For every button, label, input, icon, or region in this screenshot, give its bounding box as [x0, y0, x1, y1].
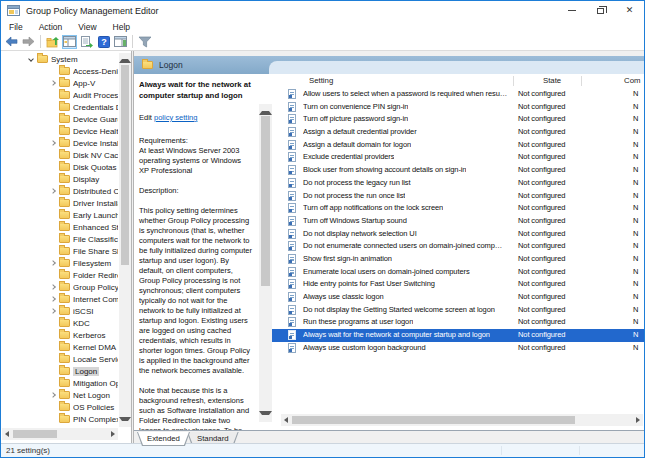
back-button[interactable]	[4, 35, 19, 49]
tree-item-locale-services[interactable]: Locale Services	[1, 353, 118, 365]
tree-item-kernel-dma-protection[interactable]: Kernel DMA Protection	[1, 341, 118, 353]
scroll-down-icon[interactable]	[259, 411, 272, 422]
setting-row[interactable]: Turn off Windows Startup soundNot config…	[272, 215, 644, 228]
export-list-button[interactable]	[79, 35, 94, 49]
show-action-pane-button[interactable]	[113, 35, 128, 49]
setting-row[interactable]: Turn off picture password sign-inNot con…	[272, 113, 644, 126]
menu-view[interactable]: View	[70, 22, 104, 32]
tree-item-internet-communication-management[interactable]: Internet Communication Management	[1, 293, 118, 305]
tree-vertical-scrollbar[interactable]	[119, 53, 131, 427]
menu-action[interactable]: Action	[31, 22, 71, 32]
setting-row[interactable]: Exclude credential providersNot configur…	[272, 151, 644, 164]
chevron-right-icon[interactable]	[50, 284, 56, 290]
tree-item-group-policy[interactable]: Group Policy	[1, 281, 118, 293]
tree-item-device-guard[interactable]: Device Guard	[1, 113, 118, 125]
setting-row[interactable]: Show first sign-in animationNot configur…	[272, 253, 644, 266]
setting-row[interactable]: Turn off app notifications on the lock s…	[272, 202, 644, 215]
chevron-right-icon[interactable]	[50, 296, 56, 302]
scrollbar-thumb[interactable]	[121, 65, 129, 265]
chevron-right-icon[interactable]	[50, 308, 56, 314]
setting-row[interactable]: Always use custom logon backgroundNot co…	[272, 342, 644, 355]
setting-row[interactable]: Assign a default credential providerNot …	[272, 126, 644, 139]
setting-row[interactable]: Allow users to select when a password is…	[272, 88, 644, 101]
tree-item-disk-quotas[interactable]: Disk Quotas	[1, 161, 118, 173]
edit-policy-setting-link[interactable]: policy setting	[154, 113, 197, 122]
column-divider[interactable]	[581, 76, 582, 86]
tree-horizontal-scrollbar[interactable]	[2, 428, 118, 440]
show-console-tree-button[interactable]	[62, 35, 77, 49]
setting-row[interactable]: Hide entry points for Fast User Switchin…	[272, 278, 644, 291]
column-header-comment[interactable]: Com	[624, 76, 640, 85]
tree-item-driver-installation[interactable]: Driver Installation	[1, 197, 118, 209]
tree-item-app-v[interactable]: App-V	[1, 77, 118, 89]
column-header-setting[interactable]: Setting	[309, 76, 333, 85]
tree-item-system[interactable]: System	[1, 53, 118, 65]
menu-help[interactable]: Help	[105, 22, 138, 32]
tree-item-kdc[interactable]: KDC	[1, 317, 118, 329]
tree-item-early-launch-antimalware[interactable]: Early Launch Antimalware	[1, 209, 118, 221]
tree-item-net-logon[interactable]: Net Logon	[1, 389, 118, 401]
tree-item-mitigation-options[interactable]: Mitigation Options	[1, 377, 118, 389]
scroll-down-icon[interactable]	[119, 417, 131, 427]
list-horizontal-scrollbar[interactable]	[281, 414, 643, 426]
description-scrollbar[interactable]	[259, 104, 272, 422]
scroll-left-icon[interactable]	[2, 428, 12, 440]
tree-item-device-installation[interactable]: Device Installation	[1, 137, 118, 149]
setting-row[interactable]: Do not enumerate connected users on doma…	[272, 240, 644, 253]
tree-item-filesystem[interactable]: Filesystem	[1, 257, 118, 269]
tree-item-logon[interactable]: Logon	[1, 365, 118, 377]
tab-standard[interactable]: Standard	[187, 432, 239, 446]
scrollbar-thumb[interactable]	[292, 416, 575, 424]
tree-item-credentials-delegation[interactable]: Credentials Delegation	[1, 101, 118, 113]
scrollbar-thumb[interactable]	[261, 116, 270, 286]
help-button[interactable]: ?	[96, 35, 111, 49]
tree-item-file-classification-infrastructure[interactable]: File Classification Infrastructure	[1, 233, 118, 245]
minimize-button[interactable]	[557, 1, 586, 20]
chevron-right-icon[interactable]	[50, 188, 56, 194]
column-header-state[interactable]: State	[543, 76, 561, 85]
tab-extended[interactable]: Extended	[137, 432, 190, 446]
chevron-right-icon[interactable]	[50, 392, 56, 398]
tree-item-disk-nv-cache[interactable]: Disk NV Cache	[1, 149, 118, 161]
setting-row[interactable]: Do not process the legacy run listNot co…	[272, 177, 644, 190]
setting-row[interactable]: Do not display the Getting Started welco…	[272, 304, 644, 317]
tree-item-device-health-attestation[interactable]: Device Health Attestation	[1, 125, 118, 137]
setting-row[interactable]: Always use classic logonNot configuredN	[272, 291, 644, 304]
tree-item-pin-complexity[interactable]: PIN Complexity	[1, 413, 118, 425]
tree-item-access-denied-assistance[interactable]: Access-Denied Assistance	[1, 65, 118, 77]
scroll-left-icon[interactable]	[281, 414, 291, 426]
scroll-up-icon[interactable]	[259, 104, 272, 115]
tree-item-file-share-shadow-copy-provider[interactable]: File Share Shadow Copy Provider	[1, 245, 118, 257]
column-divider[interactable]	[513, 76, 514, 86]
tree-item-audit-process-creation[interactable]: Audit Process Creation	[1, 89, 118, 101]
tree-item-os-policies[interactable]: OS Policies	[1, 401, 118, 413]
setting-row[interactable]: Do not process the run once listNot conf…	[272, 190, 644, 203]
scroll-right-icon[interactable]	[108, 428, 118, 440]
restore-button[interactable]	[586, 1, 615, 20]
menu-file[interactable]: File	[1, 22, 31, 32]
tree-item-distributed-com[interactable]: Distributed COM	[1, 185, 118, 197]
chevron-right-icon[interactable]	[50, 140, 56, 146]
tree-item-folder-redirection[interactable]: Folder Redirection	[1, 269, 118, 281]
tree-item-iscsi[interactable]: iSCSI	[1, 305, 118, 317]
up-one-level-button[interactable]	[45, 35, 60, 49]
setting-row[interactable]: Enumerate local users on domain-joined c…	[272, 266, 644, 279]
chevron-down-icon[interactable]	[28, 56, 34, 62]
setting-row[interactable]: Block user from showing account details …	[272, 164, 644, 177]
tree-item-kerberos[interactable]: Kerberos	[1, 329, 118, 341]
chevron-right-icon[interactable]	[50, 80, 56, 86]
forward-button[interactable]	[21, 35, 36, 49]
chevron-right-icon[interactable]	[50, 260, 56, 266]
scroll-right-icon[interactable]	[633, 414, 643, 426]
scroll-up-icon[interactable]	[119, 53, 131, 63]
setting-row[interactable]: Run these programs at user logonNot conf…	[272, 316, 644, 329]
scrollbar-thumb[interactable]	[13, 430, 57, 438]
filter-button[interactable]	[137, 35, 152, 49]
tree-item-enhanced-storage-access[interactable]: Enhanced Storage Access	[1, 221, 118, 233]
setting-row[interactable]: Always wait for the network at computer …	[272, 329, 644, 342]
setting-row[interactable]: Do not display network selection UINot c…	[272, 228, 644, 241]
setting-row[interactable]: Turn on convenience PIN sign-inNot confi…	[272, 101, 644, 114]
close-button[interactable]: ✕	[615, 1, 644, 20]
setting-row[interactable]: Assign a default domain for logonNot con…	[272, 139, 644, 152]
tree-item-display[interactable]: Display	[1, 173, 118, 185]
